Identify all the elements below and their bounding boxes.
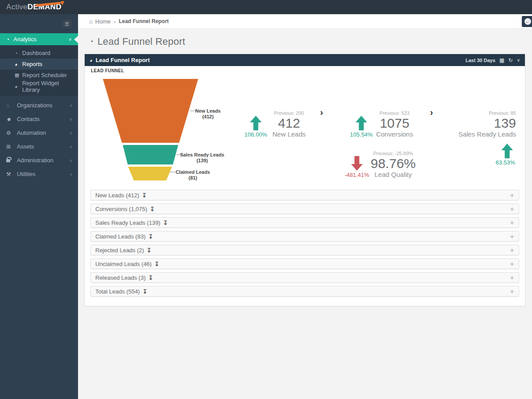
funnel-label: New Leads [195,108,220,113]
accordion-row-sales-ready-leads[interactable]: Sales Ready Leads (139) ↧ + [90,217,519,228]
metric-value: 412 [278,116,300,130]
expand-icon[interactable]: + [510,192,514,199]
chevron-left-icon: ‹ [70,157,72,164]
date-range-label[interactable]: Last 30 Days [466,58,495,63]
users-icon: ☻ [6,116,17,122]
accordion-row-label: Sales Ready Leads (139) [95,219,160,226]
expand-icon[interactable]: + [510,233,514,240]
arrow-left-circle-icon: ← [524,18,531,25]
refresh-icon[interactable]: ↻ [509,57,513,63]
flow-arrow-icon: › [320,107,323,117]
accordion-row-label: Conversions (1,075) [95,206,147,212]
chevron-down-icon[interactable]: ∨ [517,58,520,63]
sidebar-item-report-scheduler[interactable]: ▦ Report Scheduler [0,70,78,81]
gauge-icon: ◔ [15,51,22,56]
metric-sales-ready-leads: Previous: 85 139 Sales Ready Leads 63.53… [458,110,516,166]
expand-icon[interactable]: + [510,260,514,268]
sidebar-item-utilities[interactable]: ⚒ Utilities ‹ [0,167,78,181]
active-item-notch [74,36,78,43]
funnel-label: Sales Ready Leads [180,152,224,157]
sidebar-item-label: Assets [17,143,34,150]
sitemap-icon: ∴ [6,102,17,109]
download-icon[interactable]: ↧ [154,261,159,267]
expand-icon[interactable]: + [510,288,514,295]
sidebar-item-automation[interactable]: ⚙ Automation ‹ [0,126,78,140]
breadcrumb: ⌂ Home › Lead Funnel Report [78,14,532,28]
wrench-icon: ⚒ [6,171,17,177]
metric-previous: Previous: 85 [489,110,516,116]
accordion-row-label: Rejected Leads (2) [95,247,144,254]
brand-arrow-icon [35,1,65,5]
expand-icon[interactable]: + [510,246,514,254]
arrow-down-icon [351,156,363,171]
funnel-value: (81) [188,175,197,180]
gauge-icon: ◔ [6,36,9,43]
chevron-left-icon: ‹ [70,129,72,136]
download-icon[interactable]: ↧ [147,247,152,254]
sidebar-item-reports[interactable]: ◕ Reports [0,59,78,70]
pie-chart-icon: ◕ [90,58,93,63]
funnel-value: (412) [202,114,214,119]
metric-conversions: 105.54% Previous: 523 1075 Conversions [348,110,415,138]
sidebar-item-report-widget-library[interactable]: ◕ Report Widget Library [0,81,78,92]
metric-change: 63.53% [496,159,515,166]
accordion-row-label: Claimed Leads (83) [95,233,145,240]
flow-arrow-icon: › [430,107,433,117]
sidebar-item-contacts[interactable]: ☻ Contacts ‹ [0,112,78,126]
sidebar-item-label: Report Widget Library [22,80,78,93]
accordion-row-label: New Leads (412) [95,192,139,199]
sidebar-item-label: Administration [17,157,53,164]
pie-chart-icon: ◕ [15,84,22,89]
lead-lists-accordion: New Leads (412) ↧ + Conversions (1,075) … [85,190,525,306]
breadcrumb-home-link[interactable]: Home [95,18,111,25]
sidebar-item-organizations[interactable]: ∴ Organizations ‹ [0,98,78,112]
grid-icon: ⊞ [6,144,17,150]
accordion-row-conversions[interactable]: Conversions (1,075) ↧ + [90,203,519,214]
arrow-up-icon [250,116,262,130]
collapse-panel-button[interactable]: ← [522,16,532,27]
sidebar-item-label: Contacts [17,116,39,122]
metric-change: 106.00% [244,131,267,138]
breadcrumb-separator-icon: › [114,18,116,25]
metric-previous: Previous: -25.89% [373,150,413,156]
metric-label: Conversions [376,130,413,138]
sidebar-item-dashboard[interactable]: ◔ Dashboard [0,47,78,59]
home-icon: ⌂ [89,18,93,25]
sidebar-item-assets[interactable]: ⊞ Assets ‹ [0,140,78,153]
expand-icon[interactable]: + [510,205,514,213]
panel-header: ◕ Lead Funnel Report Last 30 Days ▦ ↻ ∨ [85,54,525,66]
funnel-stage-sales-ready-leads[interactable] [123,145,178,164]
pie-chart-icon: ◕ [15,62,22,67]
metric-value: 98.76% [371,156,416,171]
download-icon[interactable]: ↧ [148,274,153,281]
download-icon[interactable]: ↧ [142,192,147,199]
funnel-stage-new-leads[interactable] [103,79,198,143]
chevron-left-icon: ‹ [70,143,72,150]
breadcrumb-current: Lead Funnel Report [119,18,169,24]
sidebar-item-label: Analytics [13,36,36,43]
accordion-row-claimed-leads[interactable]: Claimed Leads (83) ↧ + [90,231,519,242]
expand-icon[interactable]: + [510,219,514,227]
accordion-row-unclaimed-leads[interactable]: Unclaimed Leads (46) ↧ + [90,258,519,269]
sidebar-item-label: Organizations [17,102,52,109]
analytics-submenu: ◔ Dashboard ◕ Reports ▦ Report Scheduler… [0,45,78,96]
accordion-row-released-leads[interactable]: Released Leads (3) ↧ + [90,272,519,283]
accordion-row-rejected-leads[interactable]: Rejected Leads (2) ↧ + [90,245,519,255]
calendar-icon[interactable]: ▦ [499,57,504,63]
arrow-up-icon [501,144,513,158]
download-icon[interactable]: ↧ [150,206,155,212]
chevron-down-icon: ∨ [69,37,72,42]
accordion-row-new-leads[interactable]: New Leads (412) ↧ + [90,190,519,200]
download-icon[interactable]: ↧ [148,233,153,240]
funnel-stage-claimed-leads[interactable] [128,167,172,180]
download-icon[interactable]: ↧ [142,288,147,295]
accordion-row-total-leads[interactable]: Total Leads (554) ↧ + [90,286,519,297]
download-icon[interactable]: ↧ [163,219,168,226]
breadcrumb-bar: ⌂ Home › Lead Funnel Report ← [78,14,532,29]
sidebar-item-administration[interactable]: Administration ‹ [0,153,78,167]
sidebar-item-label: Report Scheduler [22,72,67,78]
sidebar-item-analytics[interactable]: ◔ Analytics ∨ [0,33,78,45]
hamburger-icon[interactable]: ☰ [62,20,72,28]
arrow-up-icon [356,116,367,130]
expand-icon[interactable]: + [510,274,514,282]
